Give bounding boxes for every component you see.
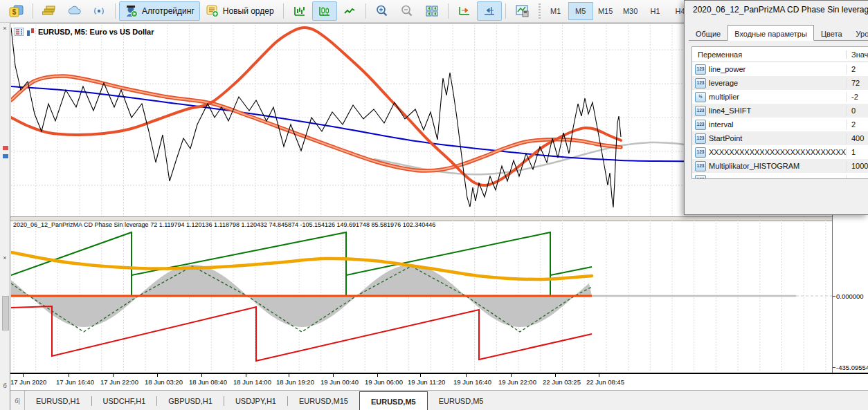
auto-scroll-button[interactable] [452, 1, 477, 21]
parameter-row-interval[interactable]: 123interval2 [692, 118, 868, 131]
parameter-name: StartPoint [709, 134, 742, 142]
chart-tab-usdchf-h1[interactable]: USDCHF,H1 [92, 391, 157, 410]
timeframe-button-h1[interactable]: H1 [643, 2, 668, 20]
parameter-name: line4_SHIFT [709, 106, 751, 115]
chart-tab-eurusd-h1[interactable]: EURUSD,H1 [25, 391, 91, 410]
toolbar-separator [33, 3, 33, 19]
parameter-row-StartPoint[interactable]: 123StartPoint400 [692, 131, 868, 145]
algo-trading-button[interactable]: Алготрейдинг [119, 1, 200, 21]
time-tick [420, 374, 421, 377]
parameter-name: leverage [709, 79, 738, 87]
column-value[interactable]: Значение [847, 50, 868, 59]
parameter-value: 2 [847, 120, 856, 129]
zoom-in-icon [375, 4, 389, 18]
dialog-tab-уровни[interactable]: Уровни [849, 26, 868, 41]
signals-button[interactable] [87, 1, 111, 21]
chart-template-icon [515, 4, 530, 18]
parameter-row-leverage[interactable]: 123leverage72 [692, 76, 868, 90]
column-variable[interactable]: Переменная [692, 50, 847, 59]
zoom-in-button[interactable] [370, 1, 395, 21]
new-window-button[interactable]: $ [3, 1, 29, 21]
zoom-out-icon [400, 4, 414, 18]
integer-type-icon: 123 [695, 78, 706, 88]
dialog-title: 2020_06_12_PanPrizMA CD Phase Sin levera… [693, 5, 868, 15]
parameter-row-line4_SHIFT[interactable]: 123line4_SHIFT0 [692, 104, 868, 118]
parameter-row-line_power[interactable]: 123line_power2 [692, 62, 868, 76]
tile-windows-button[interactable] [419, 1, 444, 21]
chart-template-button[interactable] [509, 1, 536, 21]
parameters-table: Переменная Значение 123line_power2123lev… [691, 46, 868, 179]
bar-chart-icon [293, 5, 307, 17]
parameter-row-partial[interactable]: 123 [692, 173, 868, 179]
chart-tab-eurusd-m5[interactable]: EURUSD,M5 [359, 391, 428, 410]
chart-tab-eurusd-m5[interactable]: EURUSD,M5 [428, 391, 495, 410]
time-label: 18 Jun 14:00 [233, 378, 271, 386]
chart-tab-gbpusd-h1[interactable]: GBPUSD,H1 [157, 391, 224, 410]
time-label: 19 Jun 00:40 [320, 378, 359, 386]
time-label: 17 Jun 22:00 [100, 378, 138, 386]
panel-icon-red [3, 146, 8, 150]
parameter-row-multiplier[interactable]: ½multiplier-2 [692, 90, 868, 104]
toolbar-grip[interactable] [539, 3, 541, 19]
time-label: 18 Jun 03:20 [145, 378, 183, 386]
integer-type-icon: 123 [695, 133, 706, 144]
dialog-tab-общие[interactable]: Общие [689, 26, 727, 41]
timeframe-button-m5[interactable]: M5 [568, 2, 593, 20]
time-axis[interactable]: 17 Jun 202017 Jun 16:4017 Jun 22:0018 Ju… [10, 373, 868, 391]
chart-shift-icon [482, 5, 496, 17]
history-center-button[interactable] [37, 1, 62, 21]
parameter-name: Multiplikator_HISTOGRAM [709, 162, 799, 170]
time-label: 19 Jun 22:00 [498, 378, 536, 386]
parameter-row-Multiplikator_HISTOGRAM[interactable]: 123Multiplikator_HISTOGRAM1000 [692, 159, 868, 173]
mt5-application-window: $ Алготрейдинг [0, 0, 868, 410]
signal-icon [92, 5, 106, 17]
parameter-value: 1000 [847, 162, 868, 170]
chart-tab-bar: б| EURUSD,H1USDCHF,H1GBPUSD,H1USDJPY,H1E… [10, 390, 868, 410]
y-label-bottom: -435.095541 [836, 364, 868, 371]
timeframe-button-m1[interactable]: M1 [543, 2, 568, 20]
dialog-tab-strip: ОбщиеВходные параметрыЦветаУровни [689, 24, 868, 41]
timeframe-button-m30[interactable]: M30 [618, 2, 643, 20]
integer-type-icon: 123 [695, 106, 706, 116]
y-label-zero: 0.000000 [836, 292, 864, 300]
chart-bars-icon [26, 28, 35, 36]
chart-shift-button[interactable] [477, 1, 502, 21]
parameter-name: multiplier [709, 93, 739, 101]
parameter-value: 400 [847, 134, 864, 142]
dialog-tab-цвета[interactable]: Цвета [814, 26, 849, 41]
bar-chart-button[interactable] [287, 1, 312, 21]
timeframe-button-m15[interactable]: M15 [593, 2, 618, 20]
panel-text-fragment: б [1, 382, 8, 389]
parameter-row-XXXXXXXXXXXXXXXXXXXXXXXXXXXXXX[interactable]: 123XXXXXXXXXXXXXXXXXXXXXXXXXXXXXX1 [692, 145, 868, 159]
zoom-out-button[interactable] [395, 1, 419, 21]
cloud-button[interactable] [62, 1, 87, 21]
close-icon[interactable]: × [1, 254, 8, 261]
chart-tab-usdjpy-h1[interactable]: USDJPY,H1 [224, 391, 287, 410]
new-order-icon [206, 4, 219, 18]
time-tick [333, 374, 334, 377]
toolbar-separator [448, 3, 449, 19]
auto-scroll-icon [458, 5, 471, 17]
close-icon[interactable]: × [1, 25, 8, 32]
toolbar-separator [365, 3, 366, 19]
indicator-pane[interactable] [11, 220, 832, 371]
time-tick [69, 374, 69, 377]
panel-icon-blue [3, 154, 8, 158]
parameter-name: interval [709, 120, 733, 129]
dialog-tab-входные-параметры[interactable]: Входные параметры [727, 25, 814, 41]
svg-text:$: $ [12, 8, 17, 16]
scrollbar-thumb[interactable] [2, 296, 9, 330]
time-tick [511, 374, 512, 377]
parameters-table-header: Переменная Значение [692, 47, 868, 62]
indicator-properties-dialog: 2020_06_12_PanPrizMA CD Phase Sin levera… [684, 0, 868, 215]
integer-type-icon: 123 [695, 64, 706, 75]
time-tick [466, 374, 467, 377]
axis-tick [833, 296, 835, 297]
docked-panel-edge: × × б [0, 23, 10, 410]
line-chart-button[interactable] [337, 1, 362, 21]
candlestick-chart-button[interactable] [312, 1, 337, 21]
chart-tab-eurusd-m15[interactable]: EURUSD,M15 [288, 391, 359, 410]
time-tick [599, 374, 599, 377]
integer-type-icon: 123 [695, 161, 706, 171]
new-order-button[interactable]: Новый ордер [200, 1, 280, 21]
